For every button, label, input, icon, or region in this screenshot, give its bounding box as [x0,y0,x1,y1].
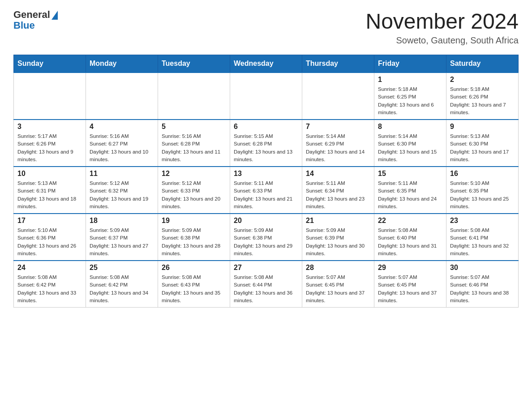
calendar-cell-empty-4 [302,73,374,120]
day-info: Sunrise: 5:09 AMSunset: 6:38 PMDaylight:… [234,227,298,257]
day-number: 23 [450,217,515,225]
day-info: Sunrise: 5:17 AMSunset: 6:26 PMDaylight:… [17,133,82,163]
day-info: Sunrise: 5:09 AMSunset: 6:37 PMDaylight:… [90,227,154,257]
logo-general-text: General [13,9,50,21]
calendar-cell-23: 23Sunrise: 5:08 AMSunset: 6:41 PMDayligh… [446,214,519,261]
calendar-header-wednesday: Wednesday [230,55,302,73]
logo: General Blue [13,9,58,31]
logo-blue-text: Blue [13,20,35,31]
day-info: Sunrise: 5:08 AMSunset: 6:43 PMDaylight:… [162,274,226,304]
day-number: 9 [450,123,515,131]
calendar-header-sunday: Sunday [14,55,86,73]
calendar-table: SundayMondayTuesdayWednesdayThursdayFrid… [13,55,519,308]
day-info: Sunrise: 5:11 AMSunset: 6:33 PMDaylight:… [234,180,298,210]
day-info: Sunrise: 5:09 AMSunset: 6:38 PMDaylight:… [162,227,226,257]
calendar-week-1: 1Sunrise: 5:18 AMSunset: 6:25 PMDaylight… [14,73,519,120]
day-number: 7 [306,123,370,131]
day-number: 30 [450,264,515,272]
day-number: 3 [17,123,82,131]
day-info: Sunrise: 5:13 AMSunset: 6:30 PMDaylight:… [450,133,515,163]
day-info: Sunrise: 5:14 AMSunset: 6:30 PMDaylight:… [378,133,442,163]
day-info: Sunrise: 5:10 AMSunset: 6:35 PMDaylight:… [450,180,515,210]
calendar-header-saturday: Saturday [446,55,519,73]
day-info: Sunrise: 5:12 AMSunset: 6:32 PMDaylight:… [90,180,154,210]
day-info: Sunrise: 5:07 AMSunset: 6:45 PMDaylight:… [306,274,370,304]
logo-triangle-icon [51,11,58,20]
calendar-cell-3: 3Sunrise: 5:17 AMSunset: 6:26 PMDaylight… [14,120,86,167]
day-number: 1 [378,76,442,84]
day-info: Sunrise: 5:13 AMSunset: 6:31 PMDaylight:… [17,180,82,210]
calendar-cell-28: 28Sunrise: 5:07 AMSunset: 6:45 PMDayligh… [302,261,374,308]
calendar-cell-11: 11Sunrise: 5:12 AMSunset: 6:32 PMDayligh… [86,167,158,214]
calendar-cell-30: 30Sunrise: 5:07 AMSunset: 6:46 PMDayligh… [446,261,519,308]
calendar-week-2: 3Sunrise: 5:17 AMSunset: 6:26 PMDaylight… [14,120,519,167]
day-number: 17 [17,217,82,225]
page-header: General Blue November 2024 Soweto, Gaute… [13,9,519,46]
calendar-cell-15: 15Sunrise: 5:11 AMSunset: 6:35 PMDayligh… [374,167,446,214]
day-number: 13 [234,170,298,178]
calendar-header-monday: Monday [86,55,158,73]
day-info: Sunrise: 5:07 AMSunset: 6:45 PMDaylight:… [378,274,442,304]
logo-top: General [13,9,58,21]
calendar-cell-1: 1Sunrise: 5:18 AMSunset: 6:25 PMDaylight… [374,73,446,120]
day-info: Sunrise: 5:08 AMSunset: 6:42 PMDaylight:… [90,274,154,304]
day-number: 22 [378,217,442,225]
day-number: 16 [450,170,515,178]
calendar-cell-26: 26Sunrise: 5:08 AMSunset: 6:43 PMDayligh… [158,261,230,308]
day-info: Sunrise: 5:16 AMSunset: 6:27 PMDaylight:… [90,133,154,163]
day-info: Sunrise: 5:18 AMSunset: 6:25 PMDaylight:… [378,86,442,116]
calendar-cell-10: 10Sunrise: 5:13 AMSunset: 6:31 PMDayligh… [14,167,86,214]
main-title: November 2024 [365,9,519,34]
day-info: Sunrise: 5:07 AMSunset: 6:46 PMDaylight:… [450,274,515,304]
day-number: 2 [450,76,515,84]
day-number: 29 [378,264,442,272]
calendar-header-tuesday: Tuesday [158,55,230,73]
day-info: Sunrise: 5:12 AMSunset: 6:33 PMDaylight:… [162,180,226,210]
calendar-cell-21: 21Sunrise: 5:09 AMSunset: 6:39 PMDayligh… [302,214,374,261]
day-number: 18 [90,217,154,225]
day-number: 25 [90,264,154,272]
calendar-cell-29: 29Sunrise: 5:07 AMSunset: 6:45 PMDayligh… [374,261,446,308]
calendar-cell-24: 24Sunrise: 5:08 AMSunset: 6:42 PMDayligh… [14,261,86,308]
calendar-cell-6: 6Sunrise: 5:15 AMSunset: 6:28 PMDaylight… [230,120,302,167]
day-info: Sunrise: 5:08 AMSunset: 6:41 PMDaylight:… [450,227,515,257]
calendar-cell-4: 4Sunrise: 5:16 AMSunset: 6:27 PMDaylight… [86,120,158,167]
day-number: 14 [306,170,370,178]
day-number: 11 [90,170,154,178]
calendar-cell-20: 20Sunrise: 5:09 AMSunset: 6:38 PMDayligh… [230,214,302,261]
day-number: 24 [17,264,82,272]
day-number: 12 [162,170,226,178]
calendar-header-row: SundayMondayTuesdayWednesdayThursdayFrid… [14,55,519,73]
calendar-cell-19: 19Sunrise: 5:09 AMSunset: 6:38 PMDayligh… [158,214,230,261]
calendar-week-3: 10Sunrise: 5:13 AMSunset: 6:31 PMDayligh… [14,167,519,214]
calendar-cell-empty-1 [86,73,158,120]
calendar-cell-2: 2Sunrise: 5:18 AMSunset: 6:26 PMDaylight… [446,73,519,120]
day-info: Sunrise: 5:10 AMSunset: 6:36 PMDaylight:… [17,227,82,257]
calendar-cell-7: 7Sunrise: 5:14 AMSunset: 6:29 PMDaylight… [302,120,374,167]
calendar-header-friday: Friday [374,55,446,73]
day-number: 26 [162,264,226,272]
calendar-cell-17: 17Sunrise: 5:10 AMSunset: 6:36 PMDayligh… [14,214,86,261]
title-section: November 2024 Soweto, Gauteng, South Afr… [365,9,519,46]
calendar-cell-empty-3 [230,73,302,120]
calendar-cell-8: 8Sunrise: 5:14 AMSunset: 6:30 PMDaylight… [374,120,446,167]
day-number: 5 [162,123,226,131]
day-number: 28 [306,264,370,272]
day-info: Sunrise: 5:11 AMSunset: 6:34 PMDaylight:… [306,180,370,210]
day-number: 20 [234,217,298,225]
day-info: Sunrise: 5:15 AMSunset: 6:28 PMDaylight:… [234,133,298,163]
day-info: Sunrise: 5:08 AMSunset: 6:42 PMDaylight:… [17,274,82,304]
day-number: 6 [234,123,298,131]
day-number: 19 [162,217,226,225]
calendar-cell-empty-2 [158,73,230,120]
day-number: 4 [90,123,154,131]
calendar-cell-12: 12Sunrise: 5:12 AMSunset: 6:33 PMDayligh… [158,167,230,214]
calendar-cell-5: 5Sunrise: 5:16 AMSunset: 6:28 PMDaylight… [158,120,230,167]
calendar-cell-25: 25Sunrise: 5:08 AMSunset: 6:42 PMDayligh… [86,261,158,308]
calendar-header-thursday: Thursday [302,55,374,73]
day-number: 15 [378,170,442,178]
day-number: 21 [306,217,370,225]
day-info: Sunrise: 5:18 AMSunset: 6:26 PMDaylight:… [450,86,515,116]
calendar-cell-13: 13Sunrise: 5:11 AMSunset: 6:33 PMDayligh… [230,167,302,214]
day-info: Sunrise: 5:11 AMSunset: 6:35 PMDaylight:… [378,180,442,210]
